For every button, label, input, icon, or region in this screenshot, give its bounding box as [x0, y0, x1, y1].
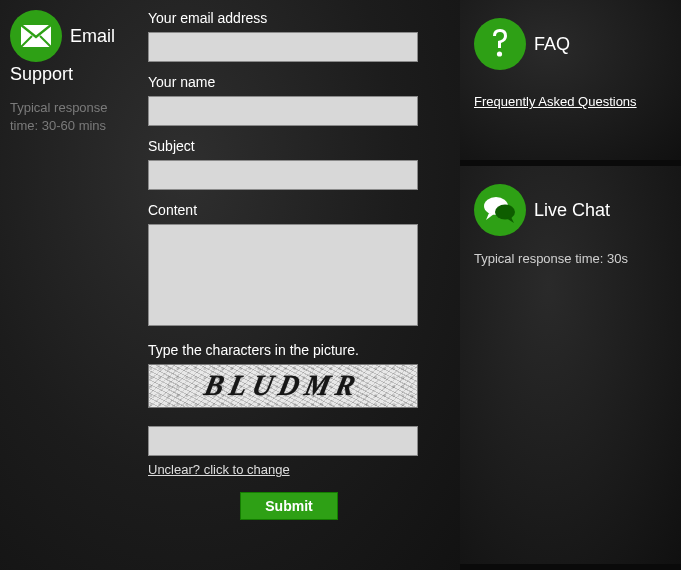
svg-point-3	[495, 205, 515, 220]
faq-panel: FAQ Frequently Asked Questions	[460, 0, 681, 160]
email-title-line1: Email	[70, 26, 115, 47]
email-support-panel: Email Support Typical response time: 30-…	[0, 0, 460, 570]
captcha-label: Type the characters in the picture.	[148, 342, 430, 358]
content-textarea[interactable]	[148, 224, 418, 326]
side-column: FAQ Frequently Asked Questions Live Chat…	[460, 0, 681, 570]
question-icon	[474, 18, 526, 70]
email-response-note: Typical response time: 30-60 mins	[10, 99, 130, 135]
captcha-input[interactable]	[148, 426, 418, 456]
submit-button[interactable]: Submit	[240, 492, 337, 520]
name-field-label: Your name	[148, 74, 430, 90]
chat-icon	[474, 184, 526, 236]
chat-panel: Live Chat Typical response time: 30s	[460, 166, 681, 564]
chat-title: Live Chat	[534, 200, 610, 221]
content-field-label: Content	[148, 202, 430, 218]
email-input[interactable]	[148, 32, 418, 62]
captcha-change-link[interactable]: Unclear? click to change	[148, 462, 290, 477]
email-support-header: Email Support Typical response time: 30-…	[10, 10, 130, 135]
faq-title: FAQ	[534, 34, 570, 55]
captcha-text: BLUDMR	[202, 369, 365, 403]
mail-icon	[10, 10, 62, 62]
subject-field-label: Subject	[148, 138, 430, 154]
email-field-label: Your email address	[148, 10, 430, 26]
email-title-line2: Support	[10, 64, 130, 85]
subject-input[interactable]	[148, 160, 418, 190]
chat-response-note: Typical response time: 30s	[474, 250, 667, 268]
svg-point-1	[497, 51, 502, 56]
name-input[interactable]	[148, 96, 418, 126]
faq-link[interactable]: Frequently Asked Questions	[474, 94, 637, 109]
captcha-image: BLUDMR	[148, 364, 418, 408]
support-form: Your email address Your name Subject Con…	[148, 10, 430, 520]
